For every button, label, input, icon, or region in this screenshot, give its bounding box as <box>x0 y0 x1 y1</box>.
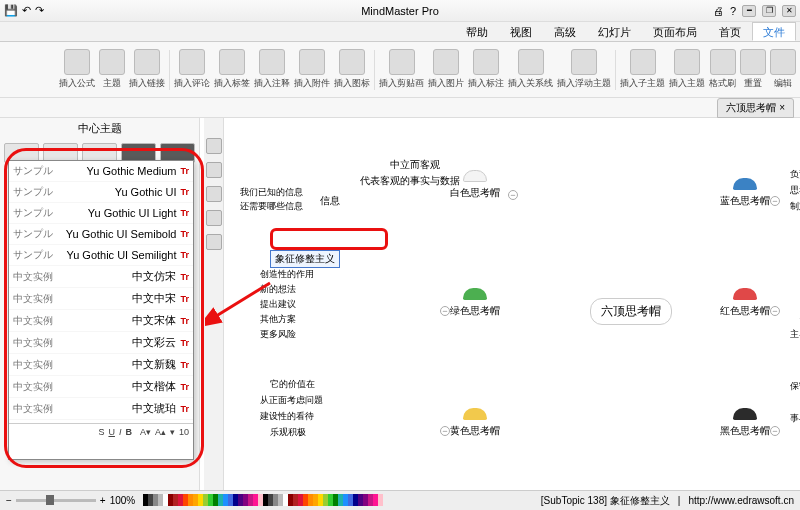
green-item[interactable]: 其他方案 <box>260 313 296 326</box>
ribbon-插入子主题[interactable]: 插入子主题 <box>620 49 665 90</box>
ribbon-插入关系线[interactable]: 插入关系线 <box>508 49 553 90</box>
italic-btn[interactable]: I <box>119 427 122 437</box>
ribbon-插入图标[interactable]: 插入图标 <box>334 49 370 90</box>
font-option[interactable]: Tr中文仿宋中文实例 <box>9 266 193 288</box>
ribbon-重置[interactable]: 重置 <box>740 49 766 90</box>
blue-item[interactable]: 制定思考整个思路和结论 <box>790 200 800 213</box>
status-info: [SubTopic 138] 象征修整主义 <box>541 494 670 508</box>
tab-advanced[interactable]: 高级 <box>543 22 587 41</box>
collapse-icon[interactable]: − <box>440 426 450 436</box>
font-option[interactable]: TrYu Gothic UI Semilightサンプル <box>9 245 193 266</box>
green-hat-node[interactable]: 绿色思考帽 <box>450 288 500 318</box>
vt-style[interactable] <box>206 162 222 178</box>
ribbon-编辑[interactable]: 编辑 <box>770 49 796 90</box>
blue-item[interactable]: 负责控制和调节思维 <box>790 168 800 181</box>
help-icon[interactable]: ? <box>730 5 736 17</box>
minimize-button[interactable]: ━ <box>742 5 756 17</box>
ribbon-插入图片[interactable]: 插入图片 <box>428 49 464 90</box>
statusbar: http://www.edrawsoft.cn | [SubTopic 138]… <box>0 490 800 510</box>
vt-clipart[interactable] <box>206 210 222 226</box>
tab-help[interactable]: 帮助 <box>455 22 499 41</box>
yellow-item[interactable]: 乐观积极 <box>270 426 306 439</box>
green-item[interactable]: 提出建议 <box>260 298 296 311</box>
white-item[interactable]: 中立而客观 <box>390 158 440 172</box>
vt-theme[interactable] <box>206 138 222 154</box>
strike-btn[interactable]: S <box>98 427 104 437</box>
maximize-button[interactable]: ❐ <box>762 5 776 17</box>
tab-home[interactable]: 首页 <box>708 22 752 41</box>
vt-outline[interactable] <box>206 234 222 250</box>
green-item[interactable]: 新的想法 <box>260 283 296 296</box>
font-option[interactable]: Tr中文楷体中文实例 <box>9 376 193 398</box>
blue-hat-node[interactable]: 蓝色思考帽 <box>720 178 770 208</box>
font-option[interactable]: TrYu Gothic UIサンプル <box>9 182 193 203</box>
collapse-icon[interactable]: − <box>508 190 518 200</box>
vt-icons[interactable] <box>206 186 222 202</box>
font-size[interactable]: 10 <box>179 427 189 437</box>
font-option[interactable]: TrYu Gothic UI Lightサンプル <box>9 203 193 224</box>
font-option[interactable]: Tr中文琥珀中文实例 <box>9 398 193 420</box>
ribbon-插入剪贴画[interactable]: 插入剪贴画 <box>379 49 424 90</box>
center-node[interactable]: 六顶思考帽 <box>590 298 672 325</box>
yellow-hat-node[interactable]: 黄色思考帽 <box>450 408 500 438</box>
font-option[interactable]: Tr中文新魏中文实例 <box>9 354 193 376</box>
ribbon-插入浮动主题[interactable]: 插入浮动主题 <box>557 49 611 90</box>
ribbon-插入公式[interactable]: 插入公式 <box>59 49 95 90</box>
ribbon-插入附件[interactable]: 插入附件 <box>294 49 330 90</box>
ribbon-插入主题[interactable]: 插入主题 <box>669 49 705 90</box>
tab-view[interactable]: 视图 <box>499 22 543 41</box>
ribbon-插入标注[interactable]: 插入标注 <box>468 49 504 90</box>
side-panel: 中心主题 TrYu Gothic MediumサンプルTrYu Gothic U… <box>0 118 200 490</box>
black-item[interactable]: 事早看得到风险和危机 <box>790 412 800 425</box>
collapse-icon[interactable]: − <box>770 426 780 436</box>
mindmap-canvas[interactable]: 六顶思考帽 白色思考帽 − 中立而客观 代表客观的事实与数据 信息 我们已知的信… <box>200 118 800 490</box>
blue-item[interactable]: 思考我们思考到哪个层次 <box>790 184 800 197</box>
ribbon-插入评论[interactable]: 插入评论 <box>174 49 210 90</box>
ribbon-插入链接[interactable]: 插入链接 <box>129 49 165 90</box>
titlebar: 💾 ↶ ↷ MindMaster Pro 🖨 ? ━ ❐ ✕ <box>0 0 800 22</box>
ribbon-插入注释[interactable]: 插入注释 <box>254 49 290 90</box>
ribbon-主题[interactable]: 主题 <box>99 49 125 90</box>
black-item[interactable]: 保守、谨慎、规避风险 <box>790 380 800 393</box>
close-button[interactable]: ✕ <box>782 5 796 17</box>
undo-icon[interactable]: ↶ <box>22 4 31 17</box>
red-hat-node[interactable]: 红色思考帽 <box>720 288 770 318</box>
print-icon[interactable]: 🖨 <box>713 5 724 17</box>
font-option[interactable]: TrYu Gothic Mediumサンプル <box>9 161 193 182</box>
yellow-item[interactable]: 它的价值在 <box>270 378 315 391</box>
font-option[interactable]: TrYu Gothic UI Semiboldサンプル <box>9 224 193 245</box>
doc-tab[interactable]: 六顶思考帽 × <box>717 98 794 118</box>
tab-slide[interactable]: 幻灯片 <box>587 22 642 41</box>
document-tabs: 六顶思考帽 × <box>0 98 800 118</box>
save-icon[interactable]: 💾 <box>4 4 18 17</box>
ribbon-插入标签[interactable]: 插入标签 <box>214 49 250 90</box>
font-option[interactable]: Tr中文彩云中文实例 <box>9 332 193 354</box>
yellow-item[interactable]: 从正面考虑问题 <box>260 394 323 407</box>
green-item[interactable]: 更多风险 <box>260 328 296 341</box>
collapse-icon[interactable]: − <box>770 196 780 206</box>
font-option[interactable]: Tr中文中宋中文实例 <box>9 288 193 310</box>
font-dropdown[interactable]: TrYu Gothic MediumサンプルTrYu Gothic UIサンプル… <box>8 160 194 460</box>
yellow-item[interactable]: 建设性的看待 <box>260 410 314 423</box>
green-item-highlighted[interactable]: 象征修整主义 <box>270 250 340 268</box>
red-item[interactable]: 主导和感受是什么 <box>790 328 800 341</box>
white-sub[interactable]: 信息 <box>320 194 340 208</box>
bold-btn[interactable]: B <box>125 427 132 437</box>
white-item[interactable]: 代表客观的事实与数据 <box>360 174 460 188</box>
tab-layout[interactable]: 页面布局 <box>642 22 708 41</box>
underline-btn[interactable]: U <box>108 427 115 437</box>
black-hat-node[interactable]: 黑色思考帽 <box>720 408 770 438</box>
tab-file[interactable]: 文件 <box>752 22 796 41</box>
color-strip[interactable] <box>143 494 383 508</box>
collapse-icon[interactable]: − <box>440 306 450 316</box>
white-subitem[interactable]: 还需要哪些信息 <box>240 200 303 213</box>
collapse-icon[interactable]: − <box>770 306 780 316</box>
font-list: TrYu Gothic MediumサンプルTrYu Gothic UIサンプル… <box>9 161 193 423</box>
redo-icon[interactable]: ↷ <box>35 4 44 17</box>
white-subitem[interactable]: 我们已知的信息 <box>240 186 303 199</box>
ribbon-格式刷[interactable]: 格式刷 <box>709 49 736 90</box>
font-option[interactable]: Tr中文宋体中文实例 <box>9 310 193 332</box>
zoom-control[interactable]: − + 100% <box>6 495 135 506</box>
green-hat-label: 绿色思考帽 <box>450 305 500 316</box>
green-item[interactable]: 创造性的作用 <box>260 268 314 281</box>
